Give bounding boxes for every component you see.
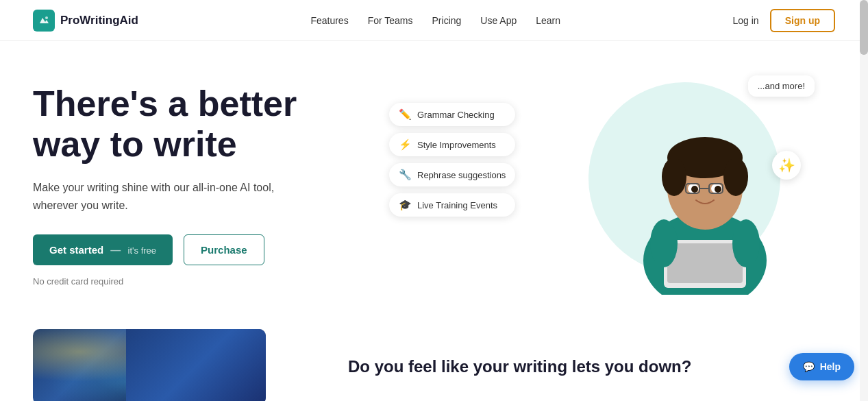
scrollbar-thumb[interactable] — [860, 0, 868, 55]
svg-point-5 — [662, 158, 686, 196]
person-svg — [612, 69, 797, 295]
bottom-heading: Do you feel like your writing lets you d… — [348, 357, 835, 376]
logo-icon — [33, 10, 55, 32]
nav-pricing[interactable]: Pricing — [432, 15, 462, 26]
nav-links: Features For Teams Pricing Use App Learn — [310, 15, 560, 26]
hero-content: There's a better way to write Make your … — [33, 84, 389, 287]
hero-subtitle-line1: Make your writing shine with our all-in-… — [33, 179, 307, 197]
help-label: Help — [820, 361, 841, 372]
get-started-label: Get started — [49, 244, 103, 256]
hero-title: There's a better way to write — [33, 84, 389, 166]
pill-rephrase-label: Rephrase suggestions — [417, 170, 506, 180]
bottom-art-area — [33, 329, 293, 401]
hero-section: There's a better way to write Make your … — [0, 41, 868, 315]
hero-subtitle-line2: wherever you write. — [33, 197, 307, 215]
separator: — — [108, 244, 123, 256]
logo-svg — [37, 14, 51, 27]
help-chat-icon: 💬 — [803, 361, 815, 372]
lightning-icon: ⚡ — [399, 138, 412, 151]
nav-use-app[interactable]: Use App — [480, 15, 517, 26]
hero-title-line1: There's a better — [33, 84, 297, 123]
pill-grammar: ✏️ Grammar Checking — [389, 103, 515, 126]
help-button[interactable]: 💬 Help — [789, 353, 854, 380]
feature-pills: ✏️ Grammar Checking ⚡ Style Improvements… — [389, 103, 515, 217]
star-badge: ✨ — [772, 151, 801, 180]
nav-actions: Log in Sign up — [733, 9, 835, 32]
nav-features[interactable]: Features — [310, 15, 348, 26]
nav-for-teams[interactable]: For Teams — [368, 15, 413, 26]
logo-link[interactable]: ProWritingAid — [33, 10, 138, 32]
and-more-bubble: ...and more! — [748, 75, 815, 97]
wrench-icon: 🔧 — [399, 169, 412, 181]
art-preview — [33, 329, 266, 401]
hero-subtitle: Make your writing shine with our all-in-… — [33, 179, 307, 214]
purchase-button[interactable]: Purchase — [184, 234, 264, 265]
pill-style: ⚡ Style Improvements — [389, 133, 515, 156]
pill-rephrase: 🔧 Rephrase suggestions — [389, 163, 515, 186]
free-label: it's free — [128, 245, 157, 256]
svg-point-9 — [691, 186, 698, 193]
and-more-text: ...and more! — [758, 81, 805, 91]
bottom-content: Do you feel like your writing lets you d… — [348, 329, 835, 401]
pill-style-label: Style Improvements — [417, 140, 496, 150]
pill-training: 🎓 Live Training Events — [389, 193, 515, 217]
nav-learn[interactable]: Learn — [536, 15, 560, 26]
hero-buttons: Get started — it's free Purchase — [33, 234, 389, 265]
brand-name: ProWritingAid — [60, 14, 138, 27]
get-started-button[interactable]: Get started — it's free — [33, 234, 173, 265]
pill-grammar-label: Grammar Checking — [417, 110, 495, 120]
pencil-icon: ✏️ — [399, 108, 412, 121]
svg-point-16 — [650, 219, 678, 267]
scrollbar-track[interactable] — [860, 0, 868, 401]
svg-rect-15 — [667, 243, 743, 283]
svg-point-10 — [715, 186, 721, 193]
bottom-section: Do you feel like your writing lets you d… — [0, 315, 868, 401]
hero-illustration: ...and more! ✨ ✏️ Grammar Checking ⚡ Sty… — [389, 69, 835, 302]
svg-point-17 — [732, 219, 760, 267]
hero-title-line2: way to write — [33, 124, 237, 164]
star-icon: ✨ — [778, 157, 795, 173]
no-credit-text: No credit card required — [33, 276, 389, 287]
login-button[interactable]: Log in — [733, 15, 759, 26]
mortar-icon: 🎓 — [399, 199, 412, 211]
pill-training-label: Live Training Events — [417, 200, 497, 210]
signup-button[interactable]: Sign up — [770, 9, 835, 32]
svg-point-0 — [45, 16, 48, 19]
art-overlay — [126, 329, 266, 401]
person-illustration — [612, 69, 797, 295]
navbar: ProWritingAid Features For Teams Pricing… — [0, 0, 868, 41]
svg-point-6 — [723, 158, 748, 196]
